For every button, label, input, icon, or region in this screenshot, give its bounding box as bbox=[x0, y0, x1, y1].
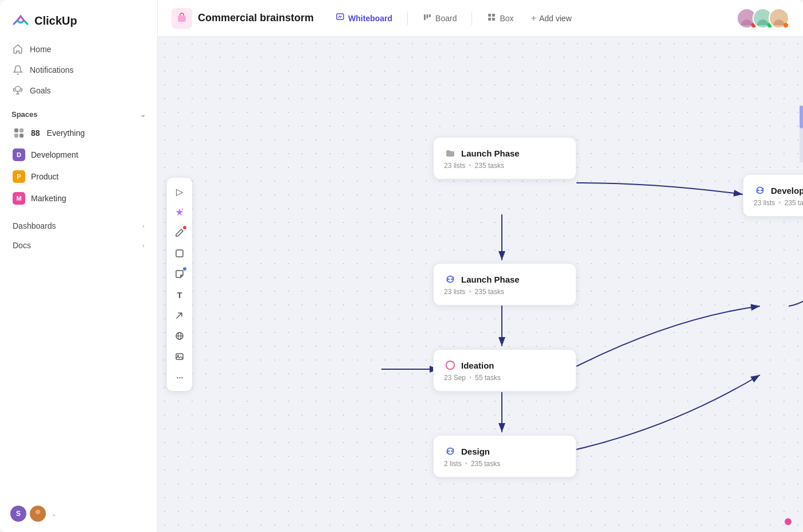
svg-rect-7 bbox=[424, 14, 426, 20]
toolbar-rect-btn[interactable] bbox=[170, 244, 189, 263]
main-content: Commercial brainstorm Whiteboard bbox=[158, 0, 803, 532]
home-icon bbox=[13, 44, 23, 54]
sidebar-bottom-sections: Dashboards › Docs › bbox=[0, 212, 157, 260]
sidebar-item-docs[interactable]: Docs › bbox=[7, 236, 150, 255]
toolbar-magic-btn[interactable] bbox=[170, 203, 189, 221]
view-divider-1 bbox=[407, 11, 408, 25]
sidebar-item-notifications[interactable]: Notifications bbox=[7, 60, 150, 80]
node-development[interactable]: Development 23 lists • 235 tasks bbox=[743, 174, 803, 217]
svg-point-21 bbox=[177, 355, 179, 357]
topbar: Commercial brainstorm Whiteboard bbox=[158, 0, 803, 37]
topbar-right bbox=[736, 8, 789, 29]
topbar-avatars bbox=[736, 8, 789, 29]
svg-rect-12 bbox=[488, 18, 491, 21]
svg-rect-10 bbox=[488, 14, 491, 17]
node-design[interactable]: Design 2 lists • 235 tasks bbox=[433, 435, 576, 478]
sync-icon-2 bbox=[444, 445, 457, 457]
add-view-button[interactable]: + Add view bbox=[524, 9, 579, 28]
toolbar-pen-btn[interactable] bbox=[170, 224, 189, 242]
svg-point-0 bbox=[15, 87, 21, 92]
tab-whiteboard[interactable]: Whiteboard bbox=[328, 9, 400, 28]
user-avatar-2[interactable] bbox=[29, 504, 47, 523]
sidebar-item-dashboards[interactable]: Dashboards › bbox=[7, 216, 150, 236]
svg-rect-9 bbox=[429, 14, 431, 17]
sidebar-item-home[interactable]: Home bbox=[7, 39, 150, 60]
sync-icon-3 bbox=[754, 184, 766, 197]
user-avatar-s[interactable]: S bbox=[9, 504, 28, 523]
svg-rect-4 bbox=[20, 134, 24, 138]
dashboards-chevron: › bbox=[142, 222, 145, 229]
scroll-indicator bbox=[785, 518, 792, 525]
sidebar-item-everything[interactable]: 88 Everything bbox=[7, 122, 150, 144]
whiteboard-tab-icon bbox=[336, 13, 345, 24]
svg-point-15 bbox=[759, 13, 766, 19]
clickup-logo-icon bbox=[11, 11, 30, 30]
svg-point-5 bbox=[36, 510, 40, 514]
node-launch-phase-top[interactable]: Launch Phase 23 lists • 235 tasks bbox=[433, 137, 576, 179]
sidebar-item-development[interactable]: D Development bbox=[7, 144, 150, 166]
spaces-collapse-chevron[interactable]: ⌄ bbox=[140, 111, 146, 119]
node-ideation[interactable]: Ideation 23 Sep • 55 tasks bbox=[433, 349, 576, 392]
toolbar-image-btn[interactable] bbox=[170, 347, 189, 366]
svg-point-14 bbox=[743, 13, 750, 19]
app-name: ClickUp bbox=[34, 14, 77, 28]
topbar-views: Whiteboard Board bbox=[328, 9, 521, 28]
sidebar-item-goals[interactable]: Goals bbox=[7, 80, 150, 101]
svg-rect-20 bbox=[176, 354, 183, 359]
toolbar-text-btn[interactable]: T bbox=[170, 285, 189, 304]
add-icon: + bbox=[531, 13, 536, 24]
spaces-section-header: Spaces ⌄ bbox=[0, 101, 157, 122]
sidebar-item-product[interactable]: P Product bbox=[7, 166, 150, 187]
everything-label: Everything bbox=[47, 128, 85, 138]
product-badge: P bbox=[13, 170, 25, 183]
tab-board[interactable]: Board bbox=[415, 9, 465, 28]
whiteboard-canvas[interactable]: ▷ bbox=[158, 37, 803, 532]
footer-chevron[interactable]: ⌄ bbox=[52, 511, 56, 517]
toolbar-cursor-btn[interactable]: ▷ bbox=[170, 182, 189, 201]
node-launch-phase-mid[interactable]: Launch Phase 23 lists • 235 tasks bbox=[433, 263, 576, 306]
note-dot bbox=[183, 267, 186, 271]
svg-point-16 bbox=[775, 13, 782, 19]
development-badge: D bbox=[13, 148, 25, 161]
svg-rect-1 bbox=[14, 128, 18, 132]
folder-icon bbox=[444, 147, 457, 159]
svg-rect-17 bbox=[176, 250, 183, 257]
topbar-avatar-3-wrap bbox=[769, 8, 789, 29]
docs-chevron: › bbox=[142, 242, 145, 249]
svg-rect-2 bbox=[20, 128, 24, 132]
svg-point-23 bbox=[446, 361, 454, 369]
toolbar-more-btn[interactable]: ··· bbox=[170, 368, 189, 386]
sidebar-footer: S ⌄ bbox=[0, 495, 157, 532]
box-tab-icon bbox=[487, 13, 496, 24]
view-divider-2 bbox=[471, 11, 472, 25]
svg-rect-13 bbox=[492, 18, 495, 21]
sync-icon-1 bbox=[444, 273, 457, 285]
status-dot-3 bbox=[783, 23, 788, 28]
svg-rect-11 bbox=[492, 14, 495, 17]
vertical-scrollbar-thumb bbox=[800, 105, 803, 128]
vertical-scrollbar-track bbox=[800, 105, 803, 163]
everything-icon bbox=[13, 127, 25, 139]
topbar-title: Commercial brainstorm bbox=[198, 12, 314, 24]
trophy-icon bbox=[13, 85, 23, 96]
toolbar-globe-btn[interactable] bbox=[170, 327, 189, 345]
logo-area: ClickUp bbox=[0, 0, 157, 39]
tab-box[interactable]: Box bbox=[479, 9, 521, 28]
title-icon-box bbox=[171, 8, 192, 29]
toolbar-note-btn[interactable] bbox=[170, 265, 189, 283]
svg-rect-8 bbox=[427, 14, 428, 18]
circle-pink-icon bbox=[444, 359, 457, 371]
sidebar-item-marketing[interactable]: M Marketing bbox=[7, 187, 150, 209]
board-tab-icon bbox=[423, 13, 432, 24]
marketing-badge: M bbox=[13, 192, 25, 205]
toolbar-arrow-btn[interactable] bbox=[170, 306, 189, 324]
sidebar-nav: Home Notifications Goals bbox=[0, 39, 157, 101]
svg-rect-6 bbox=[178, 15, 186, 22]
canvas-toolbar: ▷ bbox=[167, 178, 192, 391]
bell-icon bbox=[13, 65, 23, 75]
pen-dot bbox=[183, 226, 186, 229]
sidebar: ClickUp Home Notifications Goals Spaces … bbox=[0, 0, 158, 532]
svg-rect-3 bbox=[14, 134, 18, 138]
topbar-title-area: Commercial brainstorm bbox=[171, 8, 314, 29]
brainstorm-icon bbox=[176, 13, 188, 24]
